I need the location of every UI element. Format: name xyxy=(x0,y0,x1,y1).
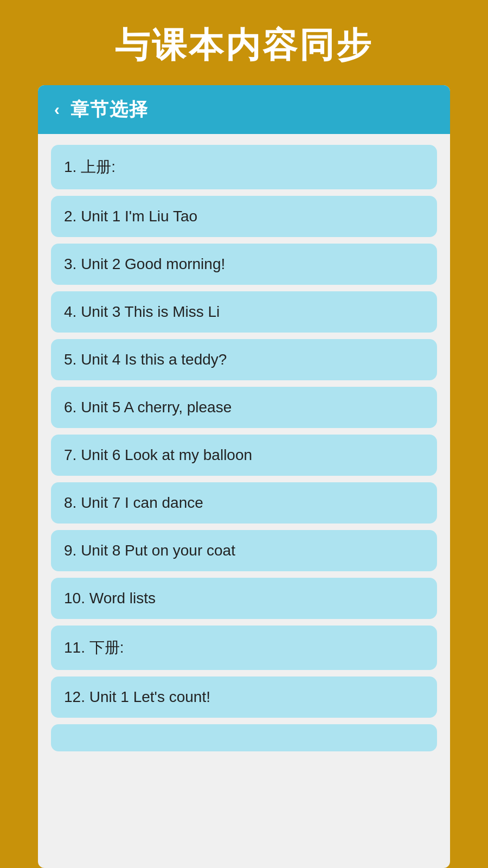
panel-title: 章节选择 xyxy=(70,97,149,122)
list-item[interactable]: 6. Unit 5 A cherry, please xyxy=(51,387,437,428)
panel-header: ‹ 章节选择 xyxy=(38,85,450,134)
list-item[interactable]: 9. Unit 8 Put on your coat xyxy=(51,530,437,571)
list-item[interactable]: 11. 下册: xyxy=(51,626,437,670)
list-item[interactable]: 7. Unit 6 Look at my balloon xyxy=(51,435,437,476)
chapter-panel: ‹ 章节选择 1. 上册:2. Unit 1 I'm Liu Tao3. Uni… xyxy=(38,85,450,868)
list-item[interactable]: 8. Unit 7 I can dance xyxy=(51,482,437,524)
chapter-list: 1. 上册:2. Unit 1 I'm Liu Tao3. Unit 2 Goo… xyxy=(38,134,450,868)
back-button[interactable]: ‹ xyxy=(54,100,60,119)
list-item[interactable]: 2. Unit 1 I'm Liu Tao xyxy=(51,196,437,237)
list-item[interactable]: 5. Unit 4 Is this a teddy? xyxy=(51,339,437,380)
list-item-partial[interactable] xyxy=(51,724,437,751)
list-item[interactable]: 3. Unit 2 Good morning! xyxy=(51,244,437,285)
page-title: 与课本内容同步 xyxy=(0,0,488,85)
list-item[interactable]: 12. Unit 1 Let's count! xyxy=(51,676,437,718)
list-item[interactable]: 1. 上册: xyxy=(51,145,437,189)
list-item[interactable]: 10. Word lists xyxy=(51,578,437,619)
list-item[interactable]: 4. Unit 3 This is Miss Li xyxy=(51,291,437,333)
